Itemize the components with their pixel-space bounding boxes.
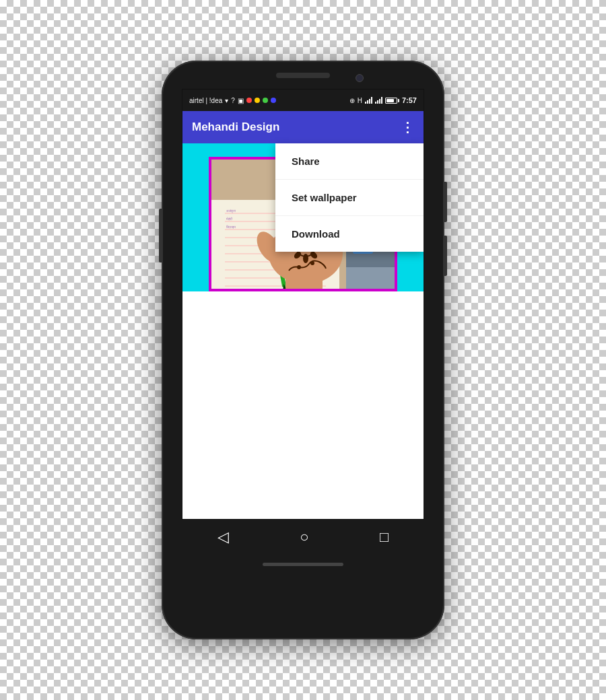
back-button[interactable]: ◁ [212,523,234,551]
dropdown-menu: Share Set wallpaper Download [275,143,424,252]
app-bar: Mehandi Design ⋮ Share Set wallpaper Dow… [182,111,424,143]
notification-icon: ▣ [238,97,244,104]
svg-text:डिज़ाइन: डिज़ाइन [226,225,236,229]
phone-camera [356,74,364,82]
share-menu-item[interactable]: Share [275,143,424,180]
power-button[interactable] [159,209,162,262]
dot-green [263,98,268,103]
set-wallpaper-menu-item[interactable]: Set wallpaper [275,180,424,216]
overflow-menu-icon[interactable]: ⋮ [401,119,414,135]
svg-text:मेहंदी: मेहंदी [226,217,233,221]
svg-point-41 [310,261,314,265]
question-icon: ? [231,97,235,104]
signal-bars-left [365,97,372,104]
svg-point-40 [297,265,301,269]
svg-text:अलंकृत: अलंकृत [226,209,236,213]
app-bar-title: Mehandi Design [192,120,401,134]
volume-up-button[interactable] [444,182,447,222]
nav-bar: ◁ ○ □ [182,520,424,555]
recents-button[interactable]: □ [374,523,394,551]
volume-down-button[interactable] [444,236,447,276]
status-bar-left: airtel | !dea ▾ ? ▣ [189,97,276,104]
phone-device: airtel | !dea ▾ ? ▣ ⊕ H [162,61,444,639]
home-button[interactable]: ○ [294,523,314,551]
status-bar-right: ⊕ H [349,96,417,104]
status-bar: airtel | !dea ▾ ? ▣ ⊕ H [182,90,424,111]
download-menu-item[interactable]: Download [275,216,424,252]
phone-speaker [276,73,330,78]
dot-red [246,98,252,103]
location-icon: ⊕ [349,97,355,104]
home-bar [263,563,343,566]
battery-icon [385,98,399,104]
carrier-text: airtel | !dea [189,97,222,104]
time-text: 7:57 [402,96,417,104]
svg-point-31 [303,254,308,263]
wifi-icon: ▾ [225,97,228,104]
dot-yellow [255,98,260,103]
phone-screen: airtel | !dea ▾ ? ▣ ⊕ H [182,89,424,520]
network-h-icon: H [358,97,362,104]
dot-blue [271,98,276,103]
signal-bars-right [375,97,382,104]
